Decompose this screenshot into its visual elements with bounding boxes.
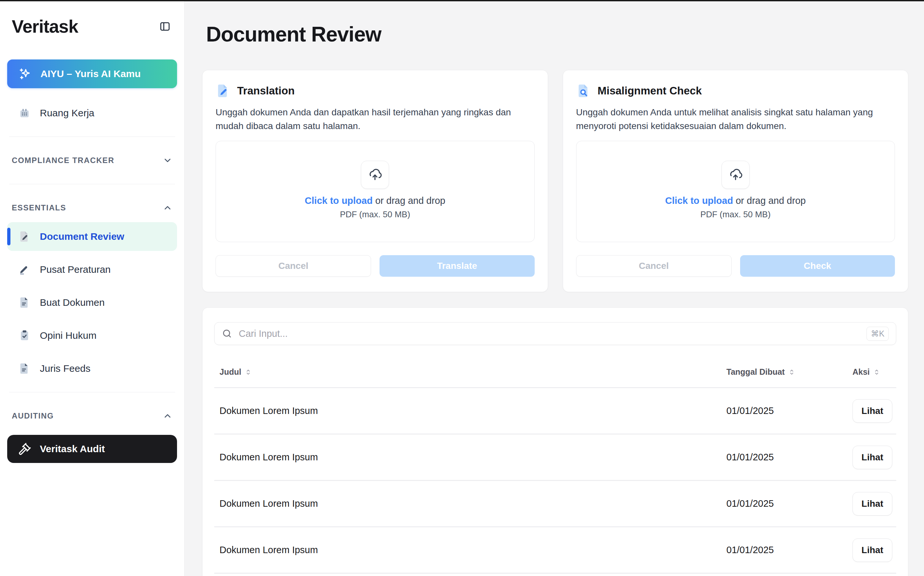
sidebar-item-juris-feeds[interactable]: Juris Feeds: [7, 354, 177, 383]
card-title: Misalignment Check: [598, 85, 702, 97]
app-window: Veritask AIYU – Yuris AI Kamu: [0, 1, 924, 576]
sidebar: Veritask AIYU – Yuris AI Kamu: [0, 1, 185, 576]
file-text-icon: [18, 362, 31, 375]
card-title: Translation: [237, 85, 295, 97]
misalignment-actions: Cancel Check: [576, 255, 895, 277]
section-label: ESSENTIALS: [12, 203, 66, 212]
search-bar[interactable]: ⌘K: [214, 322, 896, 345]
table-row: Dokumen Lorem Ipsum 01/01/2025 Lihat: [214, 388, 896, 435]
document-title: Dokumen Lorem Ipsum: [214, 405, 713, 416]
documents-table: Judul Tanggal Dibuat Aksi Dokumen Lorem: [214, 357, 896, 576]
file-search-icon: [576, 83, 591, 98]
sort-icon: [873, 368, 880, 376]
clipboard-check-icon: [18, 329, 31, 342]
view-button[interactable]: Lihat: [852, 492, 892, 515]
sidebar-item-label: Document Review: [40, 231, 124, 242]
sidebar-divider: [9, 136, 175, 137]
sidebar-item-buat-dokumen[interactable]: Buat Dokumen: [7, 288, 177, 317]
file-pen-blue-icon: [215, 83, 231, 98]
upload-hint: PDF (max. 50 MB): [340, 210, 410, 219]
drag-drop-text: or drag and drop: [733, 195, 806, 206]
section-essentials[interactable]: ESSENTIALS: [7, 194, 177, 222]
active-indicator: [7, 228, 10, 245]
check-button[interactable]: Check: [740, 255, 895, 277]
document-date: 01/01/2025: [713, 405, 841, 416]
translate-button[interactable]: Translate: [380, 255, 535, 277]
search-input[interactable]: [239, 328, 860, 339]
translation-cancel-button[interactable]: Cancel: [215, 255, 371, 277]
upload-instruction: Click to upload or drag and drop: [305, 195, 445, 206]
document-title: Dokumen Lorem Ipsum: [214, 498, 713, 509]
sidebar-collapse-button[interactable]: [160, 20, 172, 33]
panel-left-icon: [160, 21, 171, 32]
aiyu-assistant-label: AIYU – Yuris AI Kamu: [40, 68, 141, 79]
document-date: 01/01/2025: [713, 545, 841, 555]
translation-actions: Cancel Translate: [215, 255, 535, 277]
veritask-audit-button[interactable]: Veritask Audit: [7, 435, 177, 463]
column-header-aksi[interactable]: Aksi: [841, 367, 896, 377]
section-auditing[interactable]: AUDITING: [7, 402, 177, 430]
aiyu-assistant-button[interactable]: AIYU – Yuris AI Kamu: [7, 59, 177, 88]
document-title: Dokumen Lorem Ipsum: [214, 452, 713, 462]
translation-card: Translation Unggah dokumen Anda dan dapa…: [202, 70, 548, 292]
drag-drop-text: or drag and drop: [373, 195, 445, 206]
chevron-up-icon: [163, 411, 172, 421]
misalignment-card-header: Misalignment Check: [576, 83, 895, 98]
upload-icon-box: [361, 161, 389, 189]
misalignment-cancel-button[interactable]: Cancel: [576, 255, 732, 277]
search-icon: [222, 328, 232, 339]
translation-upload-dropzone[interactable]: Click to upload or drag and drop PDF (ma…: [215, 141, 535, 242]
file-text-icon: [18, 296, 31, 309]
sidebar-item-label: Pusat Peraturan: [40, 264, 111, 275]
section-compliance-tracker[interactable]: COMPLIANCE TRACKER: [7, 146, 177, 175]
main-content: Document Review Translation Unggah dokum…: [185, 1, 924, 576]
sidebar-divider: [9, 184, 175, 184]
upload-icon-box: [721, 161, 750, 189]
chevron-up-icon: [163, 203, 172, 213]
click-to-upload-link[interactable]: Click to upload: [305, 195, 373, 206]
view-button[interactable]: Lihat: [852, 446, 892, 469]
sidebar-item-opini-hukum[interactable]: Opini Hukum: [7, 321, 177, 350]
upload-instruction: Click to upload or drag and drop: [665, 195, 806, 206]
documents-list-card: ⌘K Judul Tanggal Dibuat Aksi: [202, 307, 908, 576]
section-label: AUDITING: [12, 411, 54, 421]
document-date: 01/01/2025: [713, 452, 841, 462]
table-row: Dokumen Lorem Ipsum 01/01/2025 Lihat: [214, 435, 896, 481]
keyboard-shortcut-badge: ⌘K: [867, 327, 889, 341]
tool-cards-row: Translation Unggah dokumen Anda dan dapa…: [202, 70, 908, 292]
translation-card-header: Translation: [215, 83, 535, 98]
sort-icon: [788, 368, 795, 376]
sidebar-item-label: Opini Hukum: [40, 330, 96, 341]
table-row: Dokumen Lorem Ipsum 01/01/2025 Lihat: [214, 527, 896, 574]
sidebar-item-pusat-peraturan[interactable]: Pusat Peraturan: [7, 255, 177, 284]
sidebar-item-label: Juris Feeds: [40, 363, 91, 374]
sidebar-item-document-review[interactable]: Document Review: [7, 222, 177, 251]
view-button[interactable]: Lihat: [852, 399, 892, 423]
column-header-judul[interactable]: Judul: [214, 367, 713, 377]
sidebar-item-label: Buat Dokumen: [40, 297, 105, 308]
workspace-icon: [18, 107, 31, 119]
column-header-tanggal-dibuat[interactable]: Tanggal Dibuat: [713, 367, 841, 377]
cloud-upload-icon: [728, 168, 743, 182]
table-row: Dokumen Lorem Ipsum 01/01/2025 Lihat: [214, 481, 896, 527]
sort-icon: [245, 368, 252, 376]
section-label: COMPLIANCE TRACKER: [12, 156, 114, 165]
chevron-down-icon: [163, 155, 172, 165]
table-body: Dokumen Lorem Ipsum 01/01/2025 Lihat Dok…: [214, 388, 896, 576]
page-title: Document Review: [206, 22, 908, 46]
cloud-upload-icon: [368, 168, 382, 182]
upload-hint: PDF (max. 50 MB): [700, 210, 771, 219]
gavel-icon: [18, 442, 31, 456]
table-row: Dokumen Lorem Ipsum 01/01/2025 Lihat: [214, 574, 896, 576]
sidebar-item-ruang-kerja[interactable]: Ruang Kerja: [7, 99, 177, 127]
pen-line-icon: [18, 263, 31, 276]
document-title: Dokumen Lorem Ipsum: [214, 545, 713, 555]
sidebar-item-label: Ruang Kerja: [40, 107, 94, 118]
view-button[interactable]: Lihat: [852, 538, 892, 562]
sparkles-icon: [18, 67, 32, 81]
click-to-upload-link[interactable]: Click to upload: [665, 195, 733, 206]
sidebar-header: Veritask: [7, 8, 177, 45]
card-description: Unggah dokumen Anda dan dapatkan hasil t…: [215, 106, 535, 133]
audit-button-label: Veritask Audit: [40, 443, 105, 454]
misalignment-upload-dropzone[interactable]: Click to upload or drag and drop PDF (ma…: [576, 141, 895, 242]
